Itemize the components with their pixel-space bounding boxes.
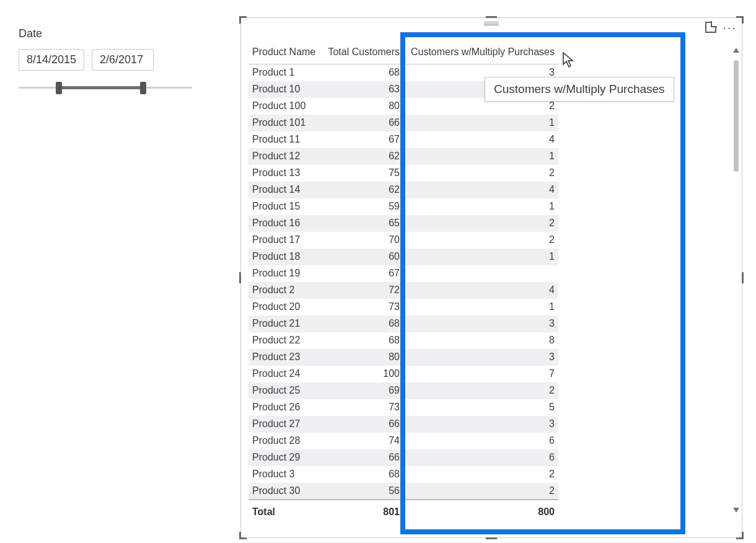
cell-total-customers: 67: [323, 131, 403, 148]
col-header-total-customers[interactable]: Total Customers: [323, 42, 403, 64]
cell-total-customers: 66: [323, 449, 403, 466]
cell-multi-purchases: 4: [403, 182, 558, 198]
cell-total-customers: 68: [323, 466, 403, 483]
data-table: Product Name Total Customers Customers w…: [248, 42, 558, 521]
resize-handle-br[interactable]: [736, 532, 744, 539]
date-range-slider[interactable]: [19, 81, 192, 94]
cell-multi-purchases: 1: [403, 115, 558, 131]
drag-grip-icon[interactable]: [484, 22, 499, 25]
cell-product-name: Product 13: [248, 165, 323, 182]
resize-handle-tl[interactable]: [239, 16, 247, 24]
cell-total-customers: 62: [323, 182, 403, 198]
vertical-scrollbar[interactable]: [732, 48, 741, 513]
table-row[interactable]: Product 21683: [248, 316, 558, 332]
table-row[interactable]: Product 27663: [248, 416, 558, 433]
date-to-input[interactable]: 2/6/2017: [92, 49, 154, 71]
scroll-down-icon[interactable]: [733, 508, 739, 513]
cell-total-customers: 72: [323, 282, 403, 299]
table-row[interactable]: Product 29666: [248, 449, 558, 466]
more-options-icon[interactable]: ···: [723, 22, 737, 33]
cell-total-customers: 73: [323, 299, 403, 316]
table-row[interactable]: Product 30562: [248, 483, 558, 500]
table-row[interactable]: Product 14624: [248, 182, 558, 198]
cell-product-name: Product 17: [248, 232, 323, 249]
slider-thumb-left[interactable]: [56, 82, 62, 94]
column-header-tooltip: Customers w/Multiply Purchases: [485, 77, 674, 102]
cell-product-name: Product 1: [248, 64, 323, 81]
scroll-thumb[interactable]: [734, 60, 739, 172]
cell-total-customers: 75: [323, 165, 403, 182]
cell-total-customers: 68: [323, 332, 403, 349]
table-body: Product 1683Product 1063Product 100802Pr…: [248, 64, 558, 500]
cell-multi-purchases: 7: [403, 366, 558, 382]
cell-product-name: Product 24: [248, 366, 323, 382]
cell-product-name: Product 101: [248, 115, 323, 131]
cell-multi-purchases: 5: [403, 399, 558, 416]
table-row[interactable]: Product 16652: [248, 215, 558, 232]
cell-product-name: Product 20: [248, 299, 323, 316]
slicer-title: Date: [19, 27, 204, 40]
date-slicer: Date 8/14/2015 2/6/2017: [19, 27, 204, 94]
cell-multi-purchases: [403, 265, 558, 282]
cell-total-customers: 69: [323, 382, 403, 399]
cell-multi-purchases: 4: [403, 131, 558, 148]
resize-handle-tr[interactable]: [736, 16, 744, 24]
cell-product-name: Product 23: [248, 349, 323, 366]
cell-multi-purchases: 3: [403, 316, 558, 332]
resize-handle-top[interactable]: [486, 16, 497, 18]
cell-multi-purchases: 2: [403, 483, 558, 500]
table-row[interactable]: Product 23803: [248, 349, 558, 366]
cell-product-name: Product 19: [248, 265, 323, 282]
cell-total-customers: 60: [323, 249, 403, 265]
cell-multi-purchases: 1: [403, 148, 558, 165]
table-row[interactable]: Product 22688: [248, 332, 558, 349]
slider-thumb-right[interactable]: [140, 82, 146, 94]
cell-multi-purchases: 3: [403, 416, 558, 433]
resize-handle-bl[interactable]: [239, 532, 247, 539]
table-row[interactable]: Product 101661: [248, 115, 558, 131]
date-from-input[interactable]: 8/14/2015: [19, 49, 84, 71]
table-row[interactable]: Product 15591: [248, 198, 558, 215]
cell-product-name: Product 29: [248, 449, 323, 466]
table-row[interactable]: Product 18601: [248, 249, 558, 265]
table-row[interactable]: Product 241007: [248, 366, 558, 382]
table-row[interactable]: Product 13752: [248, 165, 558, 182]
cell-multi-purchases: 1: [403, 198, 558, 215]
table-row[interactable]: Product 1967: [248, 265, 558, 282]
resize-handle-right[interactable]: [742, 272, 744, 283]
cell-product-name: Product 10: [248, 81, 323, 98]
table-row[interactable]: Product 20731: [248, 299, 558, 316]
cell-total-customers: 65: [323, 215, 403, 232]
cell-product-name: Product 27: [248, 416, 323, 433]
table-row[interactable]: Product 2724: [248, 282, 558, 299]
cell-product-name: Product 12: [248, 148, 323, 165]
table-row[interactable]: Product 11674: [248, 131, 558, 148]
cell-multi-purchases: 2: [403, 382, 558, 399]
cell-total-customers: 66: [323, 115, 403, 131]
table-total-row: Total 801 800: [248, 500, 558, 521]
cell-total-customers: 63: [323, 81, 403, 98]
col-header-multi-purchases[interactable]: Customers w/Multiply Purchases: [403, 42, 558, 64]
col-header-product-name[interactable]: Product Name: [248, 42, 323, 64]
cell-product-name: Product 100: [248, 98, 323, 115]
table-row[interactable]: Product 28746: [248, 433, 558, 449]
table-row[interactable]: Product 26735: [248, 399, 558, 416]
cell-total-customers: 74: [323, 433, 403, 449]
cell-total-customers: 67: [323, 265, 403, 282]
table-row[interactable]: Product 12621: [248, 148, 558, 165]
table-row[interactable]: Product 17702: [248, 232, 558, 249]
resize-handle-bottom[interactable]: [486, 537, 497, 539]
table-row[interactable]: Product 3682: [248, 466, 558, 483]
cell-product-name: Product 21: [248, 316, 323, 332]
cell-multi-purchases: 3: [403, 349, 558, 366]
scroll-up-icon[interactable]: [733, 48, 739, 53]
cell-total-customers: 68: [323, 64, 403, 81]
cell-total-customers: 100: [323, 366, 403, 382]
table-row[interactable]: Product 25692: [248, 382, 558, 399]
cell-product-name: Product 14: [248, 182, 323, 198]
focus-mode-icon[interactable]: [705, 22, 716, 33]
resize-handle-left[interactable]: [239, 272, 241, 283]
cell-product-name: Product 26: [248, 399, 323, 416]
cell-multi-purchases: 1: [403, 299, 558, 316]
cell-product-name: Product 28: [248, 433, 323, 449]
